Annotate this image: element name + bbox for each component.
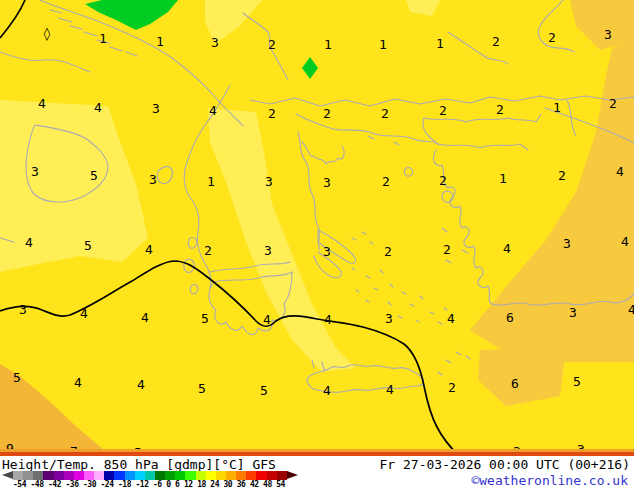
scale-tick-label: 18 (197, 480, 206, 489)
colorbar-cell (155, 471, 165, 480)
temp-value-label: 4 (38, 97, 46, 110)
scale-tick-label: 42 (250, 480, 259, 489)
temp-value-label: 2 (384, 245, 392, 258)
legend-bar: Height/Temp. 850 hPa [gdmp][°C] GFS Fr 2… (0, 456, 634, 490)
temp-value-label: 5 (201, 312, 209, 325)
temp-value-label: 4 (621, 235, 629, 248)
scale-tick-label: 48 (263, 480, 272, 489)
temp-value-label: ◊ (43, 27, 51, 40)
colorbar-cell (216, 471, 226, 480)
temp-value-label: 5 (90, 169, 98, 182)
scale-tick-label: 6 (175, 480, 179, 489)
temp-value-label: 3 (604, 28, 612, 41)
temp-value-label: 4 (141, 311, 149, 324)
temp-value-label: 3 (385, 312, 393, 325)
temp-value-label: 1 (324, 38, 332, 51)
temp-value-label: 2 (268, 38, 276, 51)
colorbar-cell (74, 471, 84, 480)
scale-tick-label: -30 (83, 480, 96, 489)
colorbar-cells (13, 471, 287, 480)
colorbar-cell (267, 471, 277, 480)
temp-value-label: 4 (503, 242, 511, 255)
temp-value-label: 4 (323, 384, 331, 397)
colorbar-cell (94, 471, 104, 480)
weather-map-page: ◊113211122344342222212353133221244542332… (0, 0, 634, 490)
scale-tick-label: -6 (153, 480, 162, 489)
colorbar-cell (236, 471, 246, 480)
temp-value-label: 4 (616, 165, 624, 178)
temp-value-label: 2 (558, 169, 566, 182)
colorbar-cell (23, 471, 33, 480)
temp-value-label: 4 (94, 101, 102, 114)
colorbar-cell (43, 471, 53, 480)
temp-value-label: 5 (573, 375, 581, 388)
temp-value-label: 4 (80, 307, 88, 320)
temp-value-label: 1 (553, 101, 561, 114)
temp-value-label: 3 (265, 175, 273, 188)
colorbar-left-arrow (2, 471, 13, 479)
credit-link[interactable]: ©weatheronline.co.uk (471, 473, 628, 488)
temp-value-label: 3 (323, 176, 331, 189)
colorbar-right-arrow (287, 471, 298, 479)
temp-value-label: 2 (439, 104, 447, 117)
temp-value-label: 4 (263, 313, 271, 326)
temp-value-label: 2 (268, 107, 276, 120)
colorbar-cell (175, 471, 185, 480)
temp-value-label: 3 (264, 244, 272, 257)
temperature-values: ◊113211122344342222212353133221244542332… (0, 0, 634, 456)
scale-tick-label: 36 (237, 480, 246, 489)
colorbar-cell (185, 471, 195, 480)
temp-value-label: 3 (152, 102, 160, 115)
colorbar-cell (84, 471, 94, 480)
scale-tick-label: 24 (210, 480, 219, 489)
map-datetime: Fr 27-03-2026 00:00 UTC (00+216) (380, 457, 630, 472)
scale-tick-label: 30 (224, 480, 233, 489)
temp-value-label: 3 (569, 306, 577, 319)
scale-tick-label: -18 (118, 480, 131, 489)
colorbar-cell (114, 471, 124, 480)
temperature-colorbar (2, 471, 298, 480)
temp-value-label: 4 (74, 376, 82, 389)
scale-tick-label: -54 (13, 480, 26, 489)
colorbar-cell (13, 471, 23, 480)
temp-value-label: 2 (382, 175, 390, 188)
colorbar-cell (54, 471, 64, 480)
temp-value-label: 2 (323, 107, 331, 120)
temp-value-label: 1 (156, 35, 164, 48)
colorbar-cell (165, 471, 175, 480)
scale-tick-label: -24 (101, 480, 114, 489)
temp-value-label: 2 (492, 35, 500, 48)
scale-tick-label: -12 (136, 480, 149, 489)
scale-tick-label: -48 (31, 480, 44, 489)
temp-value-label: 2 (609, 97, 617, 110)
temp-value-label: 3 (31, 165, 39, 178)
colorbar-cell (226, 471, 236, 480)
scale-tick-label: 54 (276, 480, 285, 489)
colorbar-cell (125, 471, 135, 480)
temp-value-label: 4 (628, 303, 634, 316)
temp-value-label: 4 (324, 313, 332, 326)
scale-tick-label: -36 (66, 480, 79, 489)
colorbar-cell (135, 471, 145, 480)
weather-map: ◊113211122344342222212353133221244542332… (0, 0, 634, 456)
temp-value-label: 3 (149, 173, 157, 186)
temp-value-label: 6 (511, 377, 519, 390)
temp-value-label: 6 (506, 311, 514, 324)
temp-value-label: 4 (209, 104, 217, 117)
colorbar-cell (246, 471, 256, 480)
scale-tick-label: 12 (184, 480, 193, 489)
colorbar-cell (196, 471, 206, 480)
temp-value-label: 1 (499, 172, 507, 185)
temp-value-label: 4 (386, 383, 394, 396)
temp-value-label: 1 (99, 32, 107, 45)
temp-value-label: 5 (13, 371, 21, 384)
colorbar-cell (104, 471, 114, 480)
temp-value-label: 4 (145, 243, 153, 256)
colorbar-cell (256, 471, 266, 480)
temp-value-label: 5 (198, 382, 206, 395)
temp-value-label: 2 (439, 174, 447, 187)
temp-value-label: 1 (436, 37, 444, 50)
temp-value-label: 3 (211, 36, 219, 49)
temp-value-label: 3 (19, 303, 27, 316)
colorbar-scale-labels: -54-48-42-36-30-24-18-12-606121824303642… (13, 480, 285, 489)
